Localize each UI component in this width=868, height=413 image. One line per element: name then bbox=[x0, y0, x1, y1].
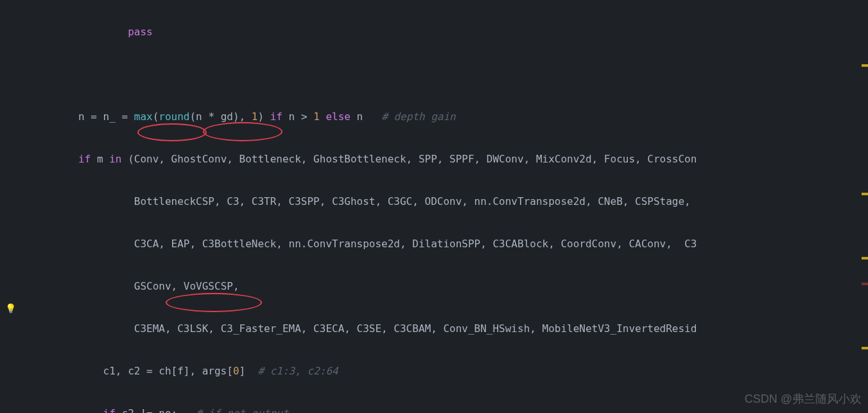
code-line: GSConv, VoVGSCSP, bbox=[29, 276, 868, 297]
minimap-warning-icon[interactable] bbox=[862, 64, 868, 67]
code-line: BottleneckCSP, C3, C3TR, C3SPP, C3Ghost,… bbox=[29, 191, 868, 212]
lightbulb-icon[interactable]: 💡 bbox=[5, 298, 16, 319]
code-line bbox=[29, 64, 868, 85]
code-line: pass bbox=[29, 21, 868, 42]
code-line: if m in (Conv, GhostConv, Bottleneck, Gh… bbox=[29, 148, 868, 170]
minimap-marks bbox=[860, 0, 868, 413]
minimap-error-icon[interactable] bbox=[862, 283, 868, 285]
code-line: n = n_ = max(round(n * gd), 1) if n > 1 … bbox=[29, 106, 868, 127]
keyword: pass bbox=[128, 26, 153, 38]
code-line: c1, c2 = ch[f], args[0] # c1:3, c2:64 bbox=[29, 360, 868, 382]
minimap-warning-icon[interactable] bbox=[862, 193, 868, 195]
minimap-warning-icon[interactable] bbox=[862, 347, 868, 349]
code-line: C3CA, EAP, C3BottleNeck, nn.ConvTranspos… bbox=[29, 233, 868, 254]
code-line: if c2 != no: # if not output bbox=[29, 403, 868, 413]
watermark: CSDN @弗兰随风小欢 bbox=[745, 389, 862, 410]
code-editor[interactable]: pass n = n_ = max(round(n * gd), 1) if n… bbox=[0, 0, 868, 413]
code-line: C3EMA, C3LSK, C3_Faster_EMA, C3ECA, C3SE… bbox=[29, 318, 868, 339]
minimap-warning-icon[interactable] bbox=[862, 257, 868, 259]
